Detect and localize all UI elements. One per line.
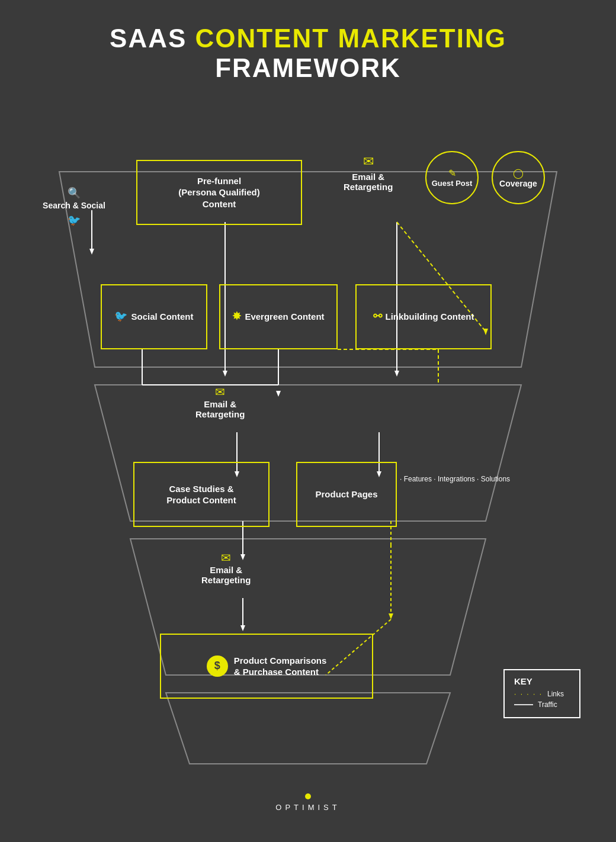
linkbuilding-text: Linkbuilding Content [386,311,474,323]
key-traffic-line: —— Traffic [514,700,570,709]
social-content-box: 🐦 Social Content [101,284,207,349]
pencil-icon: ✎ [448,168,456,179]
product-comparisons-text: Product Comparisons & Purchase Content [234,655,327,678]
chat-icon: ◯ [513,168,524,179]
footer: OPTIMIST [275,776,340,824]
case-studies-box: Case Studies & Product Content [133,462,270,527]
tree-icon: ✸ [232,310,241,323]
dollar-icon-circle: $ [207,655,228,677]
email-icon-3: ✉ [201,551,251,565]
product-pages-box: Product Pages [296,462,397,527]
svg-marker-28 [240,625,245,631]
footer-brand: OPTIMIST [275,803,340,812]
title-section: SAAS CONTENT MARKETING FRAMEWORK [98,0,518,95]
key-dash-icon: —— [514,700,533,709]
evergreen-content-box: ✸ Evergreen Content [219,284,338,349]
diagram: 🔍 Search & Social 🐦 Pre-funnel (Persona … [24,95,592,776]
title-framework: FRAMEWORK [110,53,506,83]
key-title: KEY [514,676,570,686]
product-comparisons-box: $ Product Comparisons & Purchase Content [160,634,373,699]
prefunnel-box: Pre-funnel (Persona Qualified) Content [136,160,302,225]
email-retargeting-2-text: Email & Retargeting [195,399,245,419]
email-icon-1: ✉ [344,154,393,169]
twitter-icon-1: 🐦 [36,214,113,227]
product-pages-text: Product Pages [315,489,377,500]
svg-marker-7 [223,371,227,377]
twitter-icon-2: 🐦 [114,310,127,323]
search-icon: 🔍 [36,187,113,200]
link-icon: ⚯ [373,310,382,323]
key-dots-icon: · · · · · [514,690,543,698]
svg-marker-3 [166,693,450,764]
key-links-line: · · · · · Links [514,690,570,698]
email-retargeting-3-container: ✉ Email & Retargeting [201,551,251,585]
email-retargeting-3-text: Email & Retargeting [201,565,251,585]
coverage-box: ◯ Coverage [492,151,545,204]
title-line1: SAAS CONTENT MARKETING [110,24,506,53]
title-saas: SAAS [110,24,187,53]
evergreen-content-text: Evergreen Content [245,311,324,323]
page-wrapper: SAAS CONTENT MARKETING FRAMEWORK [0,0,616,842]
email-retargeting-1-text: Email & Retargeting [344,172,393,192]
social-content-text: Social Content [131,311,193,323]
dollar-icon: $ [214,659,220,673]
search-social-label: 🔍 Search & Social 🐦 [36,187,113,227]
prefunnel-text: Pre-funnel (Persona Qualified) Content [178,175,260,210]
svg-marker-9 [394,371,399,377]
footer-dot [305,793,311,799]
svg-marker-24 [389,613,393,619]
case-studies-text: Case Studies & Product Content [166,483,236,506]
guest-post-text: Guest Post [432,179,473,188]
key-traffic-label: Traffic [538,700,557,709]
coverage-text: Coverage [499,179,537,188]
search-social-text: Search & Social [36,200,113,211]
svg-marker-5 [89,249,94,255]
guest-post-box: ✎ Guest Post [425,151,479,204]
linkbuilding-box: ⚯ Linkbuilding Content [355,284,492,349]
email-retargeting-2-container: ✉ Email & Retargeting [195,385,245,419]
email-retargeting-top: ✉ Email & Retargeting [344,154,393,192]
svg-marker-15 [276,391,281,397]
title-content-marketing: CONTENT MARKETING [195,24,506,53]
key-links-label: Links [547,690,564,698]
email-icon-2: ✉ [195,385,245,399]
key-box: KEY · · · · · Links —— Traffic [503,669,580,718]
product-pages-features: · Features · Integrations · Solutions [400,474,510,485]
